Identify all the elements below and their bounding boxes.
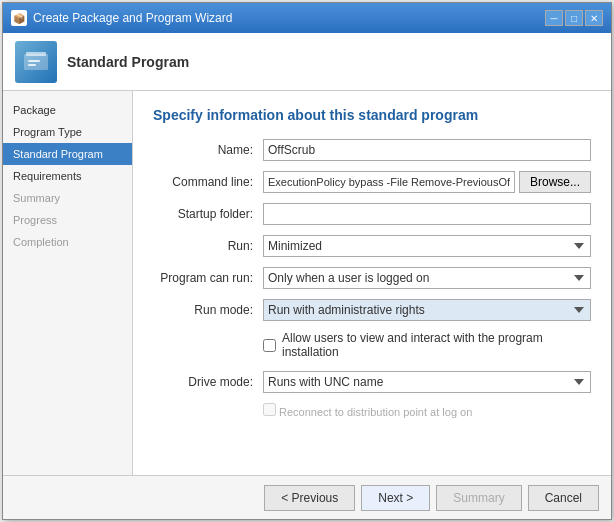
sidebar: Package Program Type Standard Program Re…: [3, 91, 133, 475]
command-line-input[interactable]: [263, 171, 515, 193]
sidebar-item-package[interactable]: Package: [3, 99, 132, 121]
startup-folder-row: Startup folder:: [153, 203, 591, 225]
run-select[interactable]: Normal Minimized Maximized Hidden: [263, 235, 591, 257]
drive-mode-row: Drive mode: Runs with UNC name Requires …: [153, 371, 591, 393]
main-content: Package Program Type Standard Program Re…: [3, 91, 611, 475]
sidebar-item-completion: Completion: [3, 231, 132, 253]
name-input[interactable]: [263, 139, 591, 161]
program-can-run-row: Program can run: Only when a user is log…: [153, 267, 591, 289]
next-button[interactable]: Next >: [361, 485, 430, 511]
reconnect-checkbox[interactable]: [263, 403, 276, 416]
sidebar-item-summary: Summary: [3, 187, 132, 209]
svg-rect-3: [28, 64, 36, 66]
content-area: Specify information about this standard …: [133, 91, 611, 475]
window-title: Create Package and Program Wizard: [33, 11, 232, 25]
run-mode-label: Run mode:: [153, 303, 263, 317]
wizard-window: 📦 Create Package and Program Wizard ─ □ …: [2, 2, 612, 520]
run-label: Run:: [153, 239, 263, 253]
allow-users-label[interactable]: Allow users to view and interact with th…: [282, 331, 591, 359]
run-mode-row: Run mode: Run with user's rights Run wit…: [153, 299, 591, 321]
allow-users-checkbox[interactable]: [263, 339, 276, 352]
command-line-label: Command line:: [153, 175, 263, 189]
header-area: Standard Program: [3, 33, 611, 91]
title-bar-left: 📦 Create Package and Program Wizard: [11, 10, 232, 26]
header-subtitle: Standard Program: [67, 54, 189, 70]
run-row: Run: Normal Minimized Maximized Hidden: [153, 235, 591, 257]
summary-button: Summary: [436, 485, 521, 511]
run-mode-select[interactable]: Run with user's rights Run with administ…: [263, 299, 591, 321]
previous-button[interactable]: < Previous: [264, 485, 355, 511]
wizard-title-icon: 📦: [11, 10, 27, 26]
sidebar-item-progress: Progress: [3, 209, 132, 231]
sidebar-item-standard-program[interactable]: Standard Program: [3, 143, 132, 165]
sidebar-item-requirements[interactable]: Requirements: [3, 165, 132, 187]
drive-mode-select[interactable]: Runs with UNC name Requires drive letter…: [263, 371, 591, 393]
program-can-run-label: Program can run:: [153, 271, 263, 285]
footer: < Previous Next > Summary Cancel: [3, 475, 611, 519]
reconnect-label: Reconnect to distribution point at log o…: [279, 406, 472, 418]
wizard-icon: [15, 41, 57, 83]
sidebar-item-program-type[interactable]: Program Type: [3, 121, 132, 143]
cancel-button[interactable]: Cancel: [528, 485, 599, 511]
title-bar: 📦 Create Package and Program Wizard ─ □ …: [3, 3, 611, 33]
title-bar-controls: ─ □ ✕: [545, 10, 603, 26]
drive-mode-label: Drive mode:: [153, 375, 263, 389]
close-button[interactable]: ✕: [585, 10, 603, 26]
reconnect-row: Reconnect to distribution point at log o…: [153, 403, 591, 418]
svg-rect-2: [28, 60, 40, 62]
browse-button[interactable]: Browse...: [519, 171, 591, 193]
svg-rect-1: [26, 52, 46, 56]
command-line-row: Command line: Browse...: [153, 171, 591, 193]
startup-folder-input[interactable]: [263, 203, 591, 225]
name-label: Name:: [153, 143, 263, 157]
maximize-button[interactable]: □: [565, 10, 583, 26]
name-row: Name:: [153, 139, 591, 161]
allow-users-row: Allow users to view and interact with th…: [153, 331, 591, 359]
program-can-run-select[interactable]: Only when a user is logged on Whether or…: [263, 267, 591, 289]
content-title: Specify information about this standard …: [153, 107, 591, 123]
startup-folder-label: Startup folder:: [153, 207, 263, 221]
minimize-button[interactable]: ─: [545, 10, 563, 26]
